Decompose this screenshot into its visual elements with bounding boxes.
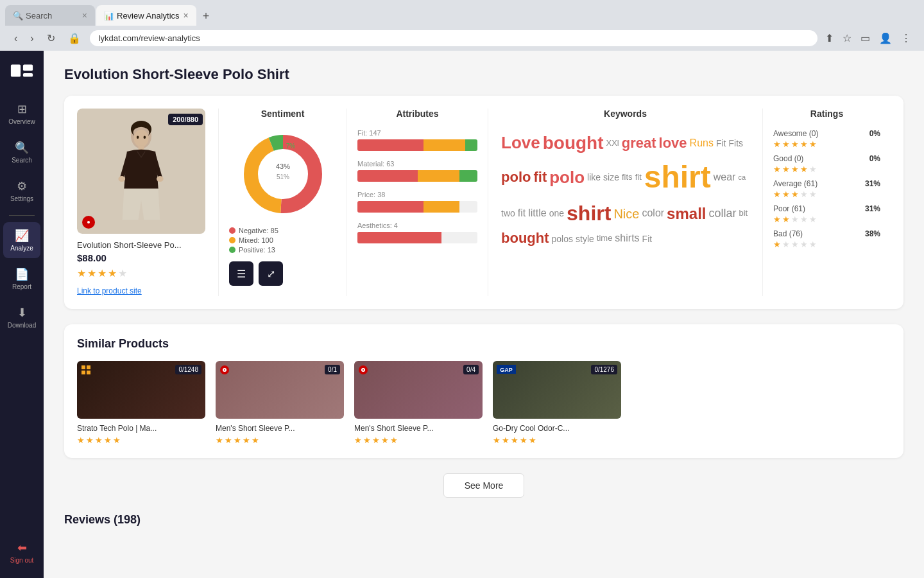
keyword: Runs <box>690 137 714 150</box>
sign-out-label: Sign out <box>10 557 34 564</box>
sign-out-icon: ⬅ <box>17 541 27 555</box>
sign-out-button[interactable]: ⬅ Sign out <box>3 534 40 570</box>
similar-product-logo <box>219 365 230 375</box>
ratings-rows: Awesome (0) 0% ★★★★★ Good (0) 0% ★★★★★ A… <box>773 129 880 249</box>
attributes-rows: Fit: 147 Material: 63 Price: 38 Aestheti… <box>357 129 477 243</box>
similar-product-name: Strato Tech Polo | Ma... <box>77 424 205 433</box>
product-panel: 200/880 Evolution Short-Sleeve Po... $88… <box>77 109 218 296</box>
keywords-panel: Keywords LoveboughtXXlgreatloveRunsFitFi… <box>488 109 762 296</box>
tab-bar: 🔍 Search × 📊 Review Analytics × + <box>5 5 919 26</box>
product-brand-logo <box>82 216 95 229</box>
review-analytics-tab-icon: 📊 <box>104 11 113 20</box>
keyword: size <box>603 171 619 183</box>
svg-point-9 <box>157 176 164 182</box>
keyword: wear <box>714 171 736 184</box>
forward-button[interactable]: › <box>26 30 37 47</box>
keyword: time <box>597 233 613 244</box>
keyword: collar <box>708 206 736 221</box>
reload-button[interactable]: ↻ <box>43 30 59 47</box>
similar-product-image: 0/1 <box>216 361 344 419</box>
analytics-card: 200/880 Evolution Short-Sleeve Po... $88… <box>64 96 903 309</box>
sidebar-bottom: ⬅ Sign out <box>3 534 40 570</box>
see-more-button[interactable]: See More <box>443 473 525 498</box>
sidebar-item-search[interactable]: 🔍 Search <box>3 134 40 170</box>
similar-product-badge: 0/1276 <box>591 365 617 374</box>
search-tab-title: Search <box>26 11 78 21</box>
sidebar-item-overview[interactable]: ⊞ Overview <box>3 96 40 132</box>
sidebar: ⊞ Overview 🔍 Search ⚙ Settings 📈 Analyze… <box>0 51 44 578</box>
legend-negative: Negative: 85 <box>229 227 336 234</box>
sentiment-panel: Sentiment 43% <box>218 109 346 296</box>
keyword: Love <box>501 132 540 154</box>
menu-icon[interactable]: ⋮ <box>898 30 914 47</box>
similar-product-image: 0/1248 <box>77 361 205 419</box>
similar-product-logo: GAP <box>497 365 507 375</box>
toolbar-icons: ⬆ ☆ ▭ 👤 ⋮ <box>823 30 914 47</box>
similar-product-card[interactable]: 0/1248 Strato Tech Polo | Ma... ★★★★★ <box>77 361 205 445</box>
keyword: Fit <box>642 233 653 245</box>
similar-product-stars: ★★★★★ <box>493 435 621 445</box>
keyword: polo <box>501 168 531 187</box>
address-input[interactable] <box>90 30 817 46</box>
profile-icon[interactable]: 👤 <box>877 30 894 47</box>
expand-button[interactable]: ⤢ <box>259 261 283 286</box>
bookmark-icon[interactable]: ☆ <box>840 30 854 47</box>
similar-product-card[interactable]: 0/1 Men's Short Sleeve P... ★★★★★ <box>216 361 344 445</box>
tab-search[interactable]: 🔍 Search × <box>5 5 95 26</box>
product-stars: ★ ★ ★ ★ ★ <box>77 267 208 279</box>
svg-point-30 <box>363 369 364 371</box>
new-tab-button[interactable]: + <box>198 7 215 26</box>
svg-point-27 <box>224 369 225 371</box>
similar-product-badge: 0/4 <box>463 365 479 374</box>
keyword: Fit <box>716 137 726 149</box>
sidebar-item-report[interactable]: 📄 Report <box>3 261 40 297</box>
rating-row: Poor (61) 31% ★★★★★ <box>773 204 880 224</box>
attributes-title: Attributes <box>357 109 477 119</box>
rating-row: Awesome (0) 0% ★★★★★ <box>773 129 880 149</box>
sidebar-toggle-icon[interactable]: ▭ <box>858 30 873 47</box>
keyword: shirts <box>615 232 639 245</box>
share-icon[interactable]: ⬆ <box>823 30 836 47</box>
svg-rect-24 <box>87 371 90 374</box>
review-analytics-tab-close[interactable]: × <box>184 10 189 21</box>
search-tab-close[interactable]: × <box>82 10 87 21</box>
product-image <box>77 109 205 234</box>
keyword: fits <box>622 172 633 183</box>
sidebar-item-download[interactable]: ⬇ Download <box>3 299 40 335</box>
keyword: like <box>587 171 601 183</box>
similar-product-card[interactable]: 0/1276 GAP Go-Dry Cool Odor-C... ★★★★★ <box>493 361 621 445</box>
svg-rect-0 <box>11 65 21 77</box>
product-name: Evolution Short-Sleeve Po... <box>77 240 208 250</box>
reviews-title: Reviews (198) <box>64 513 903 527</box>
svg-text:GAP: GAP <box>500 367 513 373</box>
sentiment-legend: Negative: 85 Mixed: 100 Positive: 13 <box>229 227 336 254</box>
sidebar-item-settings[interactable]: ⚙ Settings <box>3 173 40 209</box>
similar-product-badge: 0/1 <box>325 365 340 374</box>
analyze-icon: 📈 <box>15 229 29 243</box>
keyword: polo <box>549 167 585 189</box>
product-link[interactable]: Link to product site <box>77 286 142 295</box>
sentiment-title: Sentiment <box>229 109 336 119</box>
keyword: polos <box>552 233 573 245</box>
svg-text:51%: 51% <box>276 173 289 180</box>
svg-point-13 <box>87 221 90 223</box>
report-label: Report <box>12 283 31 290</box>
download-icon: ⬇ <box>17 306 27 320</box>
similar-products-section: Similar Products 0/1248 Strato Tech Polo… <box>64 324 903 458</box>
keyword: shirt <box>567 200 611 227</box>
svg-point-10 <box>137 136 139 138</box>
back-button[interactable]: ‹ <box>10 30 21 47</box>
keyword: Nice <box>613 206 639 222</box>
similar-product-card[interactable]: 0/4 Men's Short Sleeve P... ★★★★★ <box>354 361 483 445</box>
rating-row: Bad (76) 38% ★★★★★ <box>773 229 880 249</box>
filter-button[interactable]: ☰ <box>229 261 253 286</box>
svg-rect-1 <box>23 65 33 71</box>
sidebar-item-analyze[interactable]: 📈 Analyze <box>3 222 40 258</box>
tab-review-analytics[interactable]: 📊 Review Analytics × <box>96 5 196 26</box>
svg-rect-22 <box>87 365 90 369</box>
search-icon: 🔍 <box>15 141 29 155</box>
address-bar: ‹ › ↻ 🔒 ⬆ ☆ ▭ 👤 ⋮ <box>5 26 919 51</box>
keyword: fit <box>635 172 642 183</box>
svg-rect-2 <box>23 73 33 77</box>
keyword: XXl <box>606 138 619 149</box>
